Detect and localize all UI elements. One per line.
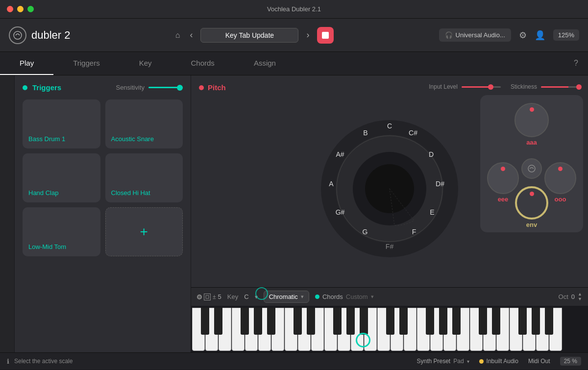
- white-key-b6[interactable]: [549, 308, 562, 351]
- trigger-acoustic-snare[interactable]: Acoustic Snare: [105, 99, 183, 148]
- svg-text:C#: C#: [409, 129, 417, 137]
- svg-text:G: G: [363, 228, 368, 236]
- eee-knob-group[interactable]: eee: [487, 162, 519, 203]
- record-button[interactable]: [317, 27, 334, 44]
- input-level-slider[interactable]: [462, 86, 501, 88]
- midi-out-label: Midi Out: [528, 358, 550, 365]
- svg-text:G#: G#: [336, 208, 345, 216]
- svg-text:E: E: [430, 208, 434, 216]
- aaa-knob-group[interactable]: aaa: [514, 103, 549, 146]
- svg-point-18: [528, 165, 535, 172]
- trigger-name-acoustic-snare: Acoustic Snare: [111, 135, 177, 143]
- svg-text:B: B: [363, 129, 368, 137]
- help-button[interactable]: ?: [564, 52, 588, 75]
- midi-out-status: Midi Out: [528, 358, 550, 365]
- pitch-header: Pitch: [199, 83, 226, 92]
- env-label: env: [526, 221, 537, 228]
- input-level-label: Input Level: [429, 83, 458, 90]
- svg-text:A: A: [329, 180, 334, 188]
- white-keys-row: [192, 308, 562, 351]
- minimize-button[interactable]: [17, 6, 24, 12]
- white-key-e6[interactable]: [496, 308, 509, 351]
- white-key-d6[interactable]: [483, 308, 496, 351]
- svg-text:D#: D#: [436, 180, 444, 188]
- white-key-e3[interactable]: [219, 308, 231, 351]
- close-button[interactable]: [7, 6, 13, 12]
- trigger-name-low-mid-tom: Low-Mid Tom: [28, 243, 95, 250]
- center-knob-group[interactable]: [521, 158, 542, 179]
- oct-stepper[interactable]: ▲ ▼: [578, 292, 582, 301]
- input-level-control: Input Level: [429, 83, 501, 90]
- tab-chords[interactable]: Chords: [172, 52, 234, 75]
- ooo-knob-group[interactable]: ooo: [544, 162, 576, 203]
- step-box: [204, 294, 211, 300]
- synth-preset-display: Synth Preset Pad ▾: [417, 358, 469, 365]
- stickiness-control: Stickiness: [511, 83, 580, 90]
- chords-dot: [315, 295, 319, 299]
- tab-assign[interactable]: Assign: [234, 52, 295, 75]
- white-key-g5[interactable]: [430, 308, 443, 351]
- tab-triggers[interactable]: Triggers: [53, 52, 119, 75]
- white-key-c6[interactable]: [470, 308, 483, 351]
- white-key-c3[interactable]: [192, 308, 205, 351]
- traffic-lights: [7, 6, 34, 12]
- white-key-d4[interactable]: [298, 308, 311, 351]
- white-key-d3[interactable]: [205, 308, 218, 351]
- sensitivity-slider[interactable]: [148, 87, 183, 88]
- step-icon: [205, 295, 209, 299]
- preset-next-button[interactable]: ›: [302, 28, 313, 42]
- white-key-c5[interactable]: [377, 308, 390, 351]
- white-key-e4[interactable]: [311, 308, 324, 351]
- white-key-d5[interactable]: [391, 308, 403, 351]
- audio-device[interactable]: 🎧 Universal Audio...: [439, 28, 511, 42]
- user-button[interactable]: 👤: [535, 30, 545, 41]
- preset-prev-button[interactable]: ‹: [186, 28, 196, 42]
- keyboard-controls: ± 5 Key C ▾ Chromatic ▾ Chords Custom ▾ …: [191, 287, 588, 306]
- env-knob-group[interactable]: env: [515, 186, 548, 228]
- stickiness-slider[interactable]: [541, 86, 580, 88]
- svg-text:C: C: [387, 122, 392, 130]
- white-key-f5[interactable]: [417, 308, 430, 351]
- sensitivity-thumb: [177, 85, 183, 91]
- white-key-f6[interactable]: [510, 308, 522, 351]
- status-info-text: Select the active scale: [14, 358, 412, 365]
- main-tabs: Play Triggers Key Chords Assign ?: [0, 52, 588, 75]
- white-key-a5[interactable]: [443, 308, 456, 351]
- white-key-g3[interactable]: [245, 308, 258, 351]
- sensitivity-row: Sensitivity: [116, 84, 183, 91]
- scale-dropdown[interactable]: Chromatic ▾: [264, 291, 309, 303]
- trigger-closed-hi-hat[interactable]: Closed Hi Hat: [105, 153, 183, 202]
- tab-play[interactable]: Play: [0, 52, 53, 75]
- svg-point-0: [14, 31, 22, 39]
- white-key-b5[interactable]: [457, 308, 469, 351]
- trigger-name-hand-clap: Hand Clap: [28, 189, 95, 197]
- trigger-hand-clap[interactable]: Hand Clap: [23, 153, 100, 202]
- trigger-name-closed-hi-hat: Closed Hi Hat: [111, 189, 177, 197]
- chromatic-wheel[interactable]: C C# D D# E F F# G G#: [318, 118, 461, 260]
- info-icon: ℹ: [7, 358, 9, 365]
- home-icon[interactable]: ⌂: [175, 31, 180, 40]
- input-level-thumb: [488, 84, 493, 90]
- white-key-g4[interactable]: [338, 308, 350, 351]
- step-number: 5: [218, 293, 221, 300]
- white-key-g6[interactable]: [523, 308, 536, 351]
- white-key-b3[interactable]: [271, 308, 284, 351]
- key-value: C: [244, 293, 248, 300]
- oct-value: 0: [571, 293, 575, 300]
- white-key-c4[interactable]: [285, 308, 297, 351]
- trigger-low-mid-tom[interactable]: Low-Mid Tom: [23, 207, 100, 256]
- trigger-bass-drum[interactable]: Bass Drum 1: [23, 99, 100, 148]
- env-knob-dot: [530, 192, 534, 196]
- white-key-a6[interactable]: [536, 308, 549, 351]
- white-key-f4[interactable]: [324, 308, 337, 351]
- svg-text:D: D: [429, 150, 434, 158]
- synth-preset-label: Synth Preset: [417, 358, 451, 365]
- maximize-button[interactable]: [27, 6, 34, 12]
- tab-key[interactable]: Key: [120, 52, 172, 75]
- add-trigger-button[interactable]: +: [105, 207, 183, 256]
- white-key-a3[interactable]: [258, 308, 271, 351]
- settings-button[interactable]: ⚙: [519, 30, 527, 41]
- white-key-f3[interactable]: [232, 308, 245, 351]
- white-key-e5[interactable]: [404, 308, 416, 351]
- inbuilt-audio-status: Inbuilt Audio: [479, 358, 518, 365]
